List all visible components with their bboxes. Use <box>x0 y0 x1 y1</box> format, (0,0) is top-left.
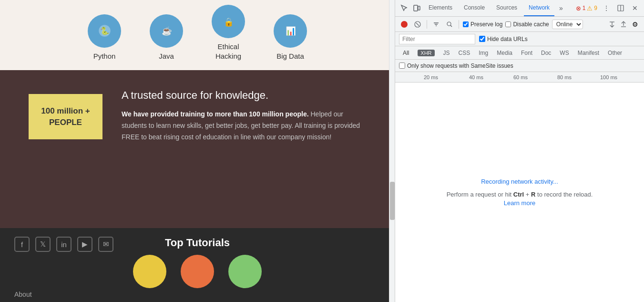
filter-tab-js[interactable]: JS <box>440 46 454 59</box>
warn-count: 9 <box>594 5 597 11</box>
xhr-badge: XHR <box>418 50 434 56</box>
course-python[interactable]: 🐍 Python <box>88 14 121 61</box>
tick-80ms: 80 ms <box>557 74 572 80</box>
social-icons: f 𝕏 in ▶ ✉ <box>14 237 113 252</box>
about-label: About <box>14 291 32 298</box>
tab-more[interactable]: » <box>556 2 566 14</box>
filter-row: Hide data URLs <box>395 32 644 46</box>
clear-button[interactable] <box>412 19 423 30</box>
device-icon[interactable] <box>411 3 422 13</box>
toolbar-separator-2 <box>459 20 459 29</box>
recording-text: Recording network activity... <box>481 178 558 185</box>
website-scrollbar[interactable] <box>389 0 395 302</box>
bigdata-icon: 📊 <box>274 14 307 48</box>
filter-tabs: All XHR JS CSS Img Media Font Doc WS Man… <box>395 46 644 60</box>
filter-tab-css[interactable]: CSS <box>455 46 474 59</box>
inspect-icon[interactable] <box>399 3 409 13</box>
trust-section: 100 million + PEOPLE A trusted source fo… <box>0 70 395 228</box>
filter-tab-img[interactable]: Img <box>475 46 492 59</box>
tick-20ms: 20 ms <box>424 74 438 80</box>
tutorial-icon-1[interactable] <box>133 255 166 288</box>
svg-line-10 <box>416 23 419 26</box>
ethical-icon: 🔒 <box>212 5 245 38</box>
disable-cache-label: Disable cache <box>513 21 549 28</box>
tick-100ms: 100 ms <box>600 74 617 80</box>
filter-tab-doc[interactable]: Doc <box>537 46 555 59</box>
tab-console[interactable]: Console <box>459 0 490 16</box>
course-java[interactable]: ☕ Java <box>150 14 183 61</box>
footer-section: f 𝕏 in ▶ ✉ Top Tutorials About <box>0 228 395 302</box>
icons-section: 🐍 Python ☕ Java 🔒 EthicalHacking 📊 <box>0 0 395 70</box>
svg-text:🔒: 🔒 <box>223 16 234 27</box>
course-bigdata[interactable]: 📊 Big Data <box>274 14 307 61</box>
devtools-topbar: Elements Console Sources Network » ⊗ 1 ⚠… <box>395 0 644 17</box>
java-icon: ☕ <box>150 14 183 48</box>
python-label: Python <box>93 52 116 61</box>
svg-point-14 <box>447 22 451 26</box>
perform-text: Perform a request or hit Ctrl + R to rec… <box>447 190 593 200</box>
svg-rect-5 <box>414 5 418 11</box>
settings-button[interactable]: ⚙ <box>630 19 640 30</box>
samesite-row: Only show requests with SameSite issues <box>395 60 644 72</box>
record-button[interactable] <box>399 19 409 30</box>
error-count: 1 <box>583 5 586 11</box>
tab-sources[interactable]: Sources <box>491 0 522 16</box>
network-throttle-select[interactable]: Online <box>552 20 583 29</box>
linkedin-icon[interactable]: in <box>56 237 72 252</box>
import-button[interactable] <box>607 19 617 30</box>
preserve-log-group: Preserve log <box>463 21 502 28</box>
search-button[interactable] <box>444 19 455 30</box>
filter-tab-manifest[interactable]: Manifest <box>574 46 603 59</box>
ethical-label: EthicalHacking <box>215 42 241 61</box>
footer-tutorial-icons <box>133 255 262 288</box>
devtools-dock-icon[interactable] <box>615 3 626 13</box>
filter-input[interactable] <box>399 34 475 44</box>
preserve-log-checkbox[interactable] <box>463 21 469 27</box>
course-ethical[interactable]: 🔒 EthicalHacking <box>212 5 245 61</box>
tick-40ms: 40 ms <box>469 74 483 80</box>
disable-cache-checkbox[interactable] <box>505 21 511 27</box>
svg-text:☕: ☕ <box>161 26 172 36</box>
record-dot <box>401 21 408 28</box>
website-scrollbar-thumb[interactable] <box>390 182 395 220</box>
hide-data-urls-checkbox[interactable] <box>479 36 485 42</box>
export-button[interactable] <box>618 19 629 30</box>
devtools-close-icon[interactable]: ✕ <box>630 3 640 13</box>
learn-more-link[interactable]: Learn more <box>504 199 535 207</box>
filter-tab-font[interactable]: Font <box>517 46 536 59</box>
youtube-icon[interactable]: ▶ <box>77 237 92 252</box>
samesite-checkbox[interactable] <box>399 62 405 69</box>
filter-tab-media[interactable]: Media <box>493 46 516 59</box>
timeline-header: 20 ms 40 ms 60 ms 80 ms 100 ms <box>395 72 644 83</box>
footer-title: Top Tutorials <box>165 237 230 249</box>
bigdata-label: Big Data <box>276 52 304 61</box>
filter-tab-other[interactable]: Other <box>604 46 626 59</box>
tick-60ms: 60 ms <box>513 74 528 80</box>
twitter-icon[interactable]: 𝕏 <box>35 237 51 252</box>
tutorial-icon-2[interactable] <box>181 255 214 288</box>
website-area: 🐍 Python ☕ Java 🔒 EthicalHacking 📊 <box>0 0 395 302</box>
tab-network[interactable]: Network <box>524 0 554 16</box>
tutorial-icon-3[interactable] <box>228 255 262 288</box>
filter-tab-all[interactable]: All <box>399 46 413 59</box>
devtools-icons-right: ⊗ 1 ⚠ 9 ⋮ ✕ <box>576 3 640 13</box>
trust-content: A trusted source for knowledge. We have … <box>122 89 366 143</box>
trust-heading: A trusted source for knowledge. <box>122 89 366 102</box>
samesite-label: Only show requests with SameSite issues <box>399 62 513 69</box>
filter-tab-ws[interactable]: WS <box>556 46 572 59</box>
import-export-group: ⚙ <box>607 19 640 30</box>
error-badge: ⊗ 1 ⚠ 9 <box>576 5 597 12</box>
toolbar-separator-1 <box>427 20 427 29</box>
tab-elements[interactable]: Elements <box>424 0 457 16</box>
disable-cache-group: Disable cache <box>505 21 549 28</box>
svg-line-15 <box>450 25 452 27</box>
filter-toggle-button[interactable] <box>431 19 441 30</box>
java-label: Java <box>159 52 174 61</box>
filter-tab-xhr[interactable]: XHR <box>414 46 438 59</box>
devtools-settings-icon[interactable]: ⋮ <box>601 3 612 13</box>
trust-badge-text: 100 million + PEOPLE <box>41 105 90 128</box>
hide-data-urls-label: Hide data URLs <box>487 36 528 42</box>
trust-body: We have provided training to more than 1… <box>122 109 366 143</box>
email-icon[interactable]: ✉ <box>98 237 113 252</box>
facebook-icon[interactable]: f <box>14 237 30 252</box>
